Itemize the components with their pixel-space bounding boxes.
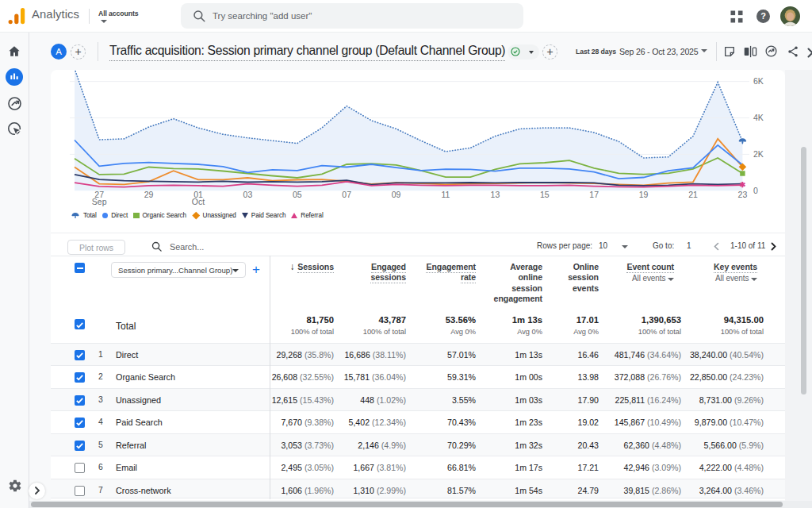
svg-text:Oct: Oct: [192, 197, 205, 206]
svg-text:21: 21: [688, 190, 698, 199]
svg-text:07: 07: [342, 190, 351, 199]
svg-text:11: 11: [442, 190, 450, 199]
svg-text:05: 05: [293, 190, 302, 199]
svg-text:4K: 4K: [753, 113, 764, 122]
svg-text:09: 09: [392, 190, 401, 199]
svg-text:0: 0: [753, 186, 758, 195]
svg-text:2K: 2K: [753, 149, 764, 159]
svg-text:6K: 6K: [753, 76, 764, 86]
svg-text:✱: ✱: [739, 180, 745, 189]
svg-text:13: 13: [491, 190, 500, 199]
svg-text:Sep: Sep: [92, 197, 107, 206]
svg-text:29: 29: [144, 190, 154, 199]
svg-text:03: 03: [243, 190, 253, 199]
svg-text:19: 19: [639, 190, 649, 199]
svg-text:17: 17: [589, 190, 599, 199]
svg-text:15: 15: [540, 190, 550, 199]
svg-text:23: 23: [738, 190, 748, 199]
